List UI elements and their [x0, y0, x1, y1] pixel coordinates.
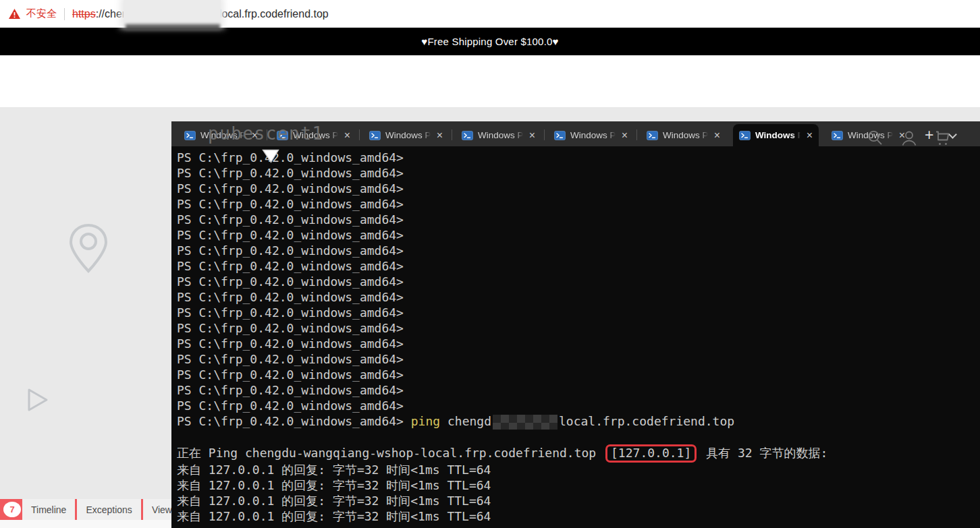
prompt-text: PS C:\frp_0.42.0_windows_amd64>	[177, 321, 404, 335]
map-pin-icon	[65, 221, 112, 279]
prompt-text: PS C:\frp_0.42.0_windows_amd64>	[177, 290, 404, 304]
powershell-icon	[554, 131, 566, 140]
prompt-text: PS C:\frp_0.42.0_windows_amd64>	[177, 150, 404, 165]
ping-result-before: 正在 Ping chengdu-wangqiang-wshop-local.fr…	[177, 446, 603, 460]
prompt-line: PS C:\frp_0.42.0_windows_amd64>	[177, 320, 980, 336]
terminal-tab-label: Windows PowerShell	[385, 130, 431, 140]
terminal-tab-label: Windows PowerShell	[663, 130, 708, 140]
ping-reply-line: 来自 127.0.0.1 的回复: 字节=32 时间<1ms TTL=64	[177, 493, 980, 508]
ping-arg-prefix: chengd	[440, 414, 491, 428]
prompt-line: PS C:\frp_0.42.0_windows_amd64>	[177, 398, 980, 413]
shop-logo[interactable]: pubescent1	[208, 123, 324, 144]
address-bar-divider	[64, 8, 65, 20]
terminal-tab-label: Windows PowerShell	[755, 130, 800, 140]
terminal-tab-label: Windows PowerShell	[570, 130, 616, 140]
ping-result-after: 具有 32 字节的数据:	[699, 446, 827, 460]
promo-banner: ♥Free Shipping Over $100.0♥	[0, 28, 980, 55]
ping-reply-text: 来自 127.0.0.1 的回复: 字节=32 时间<1ms TTL=64	[177, 478, 491, 492]
devtools-bar-under-strip	[0, 520, 171, 528]
prompt-line: PS C:\frp_0.42.0_windows_amd64>	[177, 227, 980, 243]
play-icon[interactable]	[23, 384, 51, 418]
censor-blur-patch	[124, 0, 221, 25]
search-icon[interactable]	[867, 129, 884, 147]
devtools-tab-label: Timeline	[31, 504, 66, 515]
cart-icon[interactable]	[933, 129, 951, 147]
powershell-icon	[739, 131, 751, 140]
blank-line	[177, 429, 980, 444]
prompt-line: PS C:\frp_0.42.0_windows_amd64>	[177, 165, 980, 181]
security-warning-icon	[8, 8, 21, 20]
url-scheme: https	[72, 8, 96, 20]
prompt-text: PS C:\frp_0.42.0_windows_amd64>	[177, 212, 404, 227]
tab-close-icon[interactable]: ×	[529, 131, 535, 140]
new-tab-button[interactable]: +	[925, 127, 933, 143]
prompt-line: PS C:\frp_0.42.0_windows_amd64>	[177, 181, 980, 196]
devtools-count-badge: 7	[3, 502, 21, 517]
ping-reply-text: 来自 127.0.0.1 的回复: 字节=32 时间<1ms TTL=64	[177, 463, 491, 477]
terminal-tab[interactable]: Windows PowerShell×	[641, 124, 726, 146]
terminal-tab[interactable]: Windows PowerShell×	[456, 124, 541, 146]
logo-caret-icon	[262, 149, 279, 166]
powershell-icon	[184, 131, 196, 140]
prompt-line: PS C:\frp_0.42.0_windows_amd64>	[177, 351, 980, 367]
prompt-text: PS C:\frp_0.42.0_windows_amd64>	[177, 352, 404, 366]
prompt-text: PS C:\frp_0.42.0_windows_amd64>	[177, 243, 404, 258]
prompt-line: PS C:\frp_0.42.0_windows_amd64>	[177, 212, 980, 227]
tab-close-icon[interactable]: ×	[622, 131, 628, 140]
powershell-icon	[462, 131, 473, 140]
prompt-text: PS C:\frp_0.42.0_windows_amd64>	[177, 399, 404, 413]
tab-close-icon[interactable]: ×	[714, 131, 720, 140]
prompt-line: PS C:\frp_0.42.0_windows_amd64>	[177, 305, 980, 320]
censor-blur-shadow	[126, 24, 220, 30]
devtools-tab-exceptions[interactable]: Exceptions	[77, 499, 140, 520]
tab-close-icon[interactable]: ×	[807, 131, 813, 140]
security-warning-label: 不安全	[26, 7, 57, 20]
ping-ip-annotation: [127.0.0.1]	[605, 444, 697, 463]
prompt-text: PS C:\frp_0.42.0_windows_amd64>	[177, 181, 404, 196]
prompt-line: PS C:\frp_0.42.0_windows_amd64>	[177, 274, 980, 289]
prompt-line: PS C:\frp_0.42.0_windows_amd64>	[177, 150, 980, 165]
prompt-line: PS C:\frp_0.42.0_windows_amd64>	[177, 243, 980, 258]
ping-arg-suffix: local.frp.codefriend.top	[559, 414, 734, 428]
prompt-line: PS C:\frp_0.42.0_windows_amd64>	[177, 258, 980, 274]
terminal-tab-label: Windows PowerShell	[478, 130, 523, 140]
powershell-icon	[647, 131, 658, 140]
promo-banner-text: ♥Free Shipping Over $100.0♥	[421, 36, 558, 47]
prompt-text: PS C:\frp_0.42.0_windows_amd64>	[177, 166, 404, 180]
prompt-line: PS C:\frp_0.42.0_windows_amd64>	[177, 382, 980, 398]
powershell-icon	[832, 131, 843, 140]
prompt-text: PS C:\frp_0.42.0_windows_amd64>	[177, 368, 404, 382]
prompt-text: PS C:\frp_0.42.0_windows_amd64>	[177, 228, 404, 242]
terminal-tab[interactable]: Windows PowerShell×	[363, 124, 449, 146]
prompt-text: PS C:\frp_0.42.0_windows_amd64>	[177, 383, 404, 397]
prompt-text: PS C:\frp_0.42.0_windows_amd64>	[177, 305, 404, 320]
prompt-text: PS C:\frp_0.42.0_windows_amd64>	[177, 197, 404, 211]
devtools-tab-label: Exceptions	[86, 504, 132, 515]
prompt-text: PS C:\frp_0.42.0_windows_amd64>	[177, 336, 404, 351]
devtools-tab-timeline[interactable]: Timeline	[22, 499, 75, 520]
terminal-content[interactable]: PS C:\frp_0.42.0_windows_amd64>PS C:\frp…	[171, 146, 980, 528]
terminal-tab-active[interactable]: Windows PowerShell×	[733, 124, 819, 146]
url-tail: -local.frp.codefriend.top	[216, 8, 329, 20]
ping-reply-text: 来自 127.0.0.1 的回复: 字节=32 时间<1ms TTL=64	[177, 494, 491, 508]
shop-header: pubescent1	[0, 55, 980, 108]
prompt-line: PS C:\frp_0.42.0_windows_amd64>	[177, 367, 980, 382]
powershell-icon	[369, 131, 381, 140]
tab-close-icon[interactable]: ×	[437, 131, 443, 140]
terminal-window: Windows PowerShell×Windows PowerShell×Wi…	[171, 121, 980, 528]
ping-result-header: 正在 Ping chengdu-wangqiang-wshop-local.fr…	[177, 444, 980, 462]
ping-command-line: PS C:\frp_0.42.0_windows_amd64> ping che…	[177, 413, 980, 429]
prompt-text: PS C:\frp_0.42.0_windows_amd64>	[177, 274, 404, 289]
terminal-tab[interactable]: Windows PowerShell×	[548, 124, 634, 146]
ping-reply-text: 来自 127.0.0.1 的回复: 字节=32 时间<1ms TTL=64	[177, 509, 491, 523]
account-icon[interactable]	[900, 129, 918, 147]
prompt-line: PS C:\frp_0.42.0_windows_amd64>	[177, 289, 980, 305]
prompt-line: PS C:\frp_0.42.0_windows_amd64>	[177, 196, 980, 212]
ping-reply-line: 来自 127.0.0.1 的回复: 字节=32 时间<1ms TTL=64	[177, 462, 980, 477]
prompt-line: PS C:\frp_0.42.0_windows_amd64>	[177, 336, 980, 351]
ping-reply-line: 来自 127.0.0.1 的回复: 字节=32 时间<1ms TTL=64	[177, 508, 980, 524]
tab-close-icon[interactable]: ×	[344, 131, 350, 140]
prompt-text: PS C:\frp_0.42.0_windows_amd64>	[177, 414, 411, 428]
ping-reply-line: 来自 127.0.0.1 的回复: 字节=32 时间<1ms TTL=64	[177, 477, 980, 493]
prompt-text: PS C:\frp_0.42.0_windows_amd64>	[177, 259, 404, 273]
